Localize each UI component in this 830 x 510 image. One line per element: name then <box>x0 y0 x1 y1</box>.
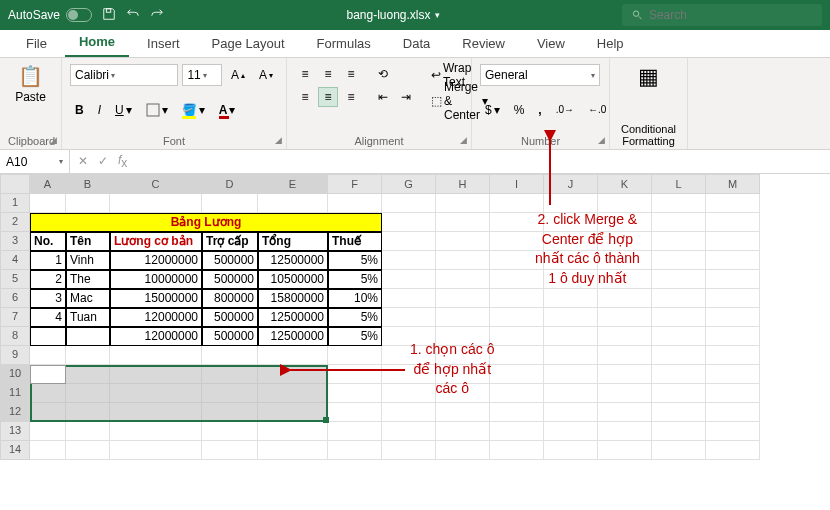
table-cell[interactable]: Tuan <box>66 308 110 327</box>
tab-data[interactable]: Data <box>389 30 444 57</box>
cell[interactable] <box>544 251 598 270</box>
cell[interactable] <box>436 384 490 403</box>
cell[interactable] <box>110 403 202 422</box>
align-right-icon[interactable]: ≡ <box>341 87 361 107</box>
table-cell[interactable]: 12500000 <box>258 308 328 327</box>
cell[interactable] <box>328 194 382 213</box>
underline-button[interactable]: U▾ <box>110 99 137 121</box>
cell[interactable] <box>490 441 544 460</box>
table-cell[interactable]: 12000000 <box>110 308 202 327</box>
formula-input[interactable] <box>135 150 830 173</box>
cell[interactable] <box>436 422 490 441</box>
spreadsheet-grid[interactable]: ABCDEFGHIJKLM12Bảng Lương3No.TênLương cơ… <box>0 174 830 460</box>
cell[interactable] <box>490 289 544 308</box>
cell[interactable] <box>328 441 382 460</box>
tab-formulas[interactable]: Formulas <box>303 30 385 57</box>
cell[interactable] <box>652 327 706 346</box>
paste-button[interactable]: 📋 Paste <box>8 64 53 104</box>
increase-indent-icon[interactable]: ⇥ <box>396 87 416 107</box>
row-header-13[interactable]: 13 <box>0 422 30 441</box>
cell[interactable] <box>598 308 652 327</box>
cell[interactable] <box>490 327 544 346</box>
merged-header[interactable]: Bảng Lương <box>30 213 382 232</box>
table-cell[interactable]: 1 <box>30 251 66 270</box>
autosave-toggle[interactable]: AutoSave <box>8 8 92 22</box>
cell[interactable] <box>598 251 652 270</box>
table-header[interactable]: Trợ cấp <box>202 232 258 251</box>
cell[interactable] <box>30 403 66 422</box>
cell[interactable] <box>652 422 706 441</box>
table-cell[interactable]: 12000000 <box>110 327 202 346</box>
dialog-launcher-icon[interactable]: ◢ <box>50 135 57 145</box>
cell[interactable] <box>706 213 760 232</box>
table-cell[interactable]: 12000000 <box>110 251 202 270</box>
enter-icon[interactable]: ✓ <box>98 154 108 168</box>
cell[interactable] <box>706 422 760 441</box>
cell[interactable] <box>66 403 110 422</box>
align-top-icon[interactable]: ≡ <box>295 64 315 84</box>
accounting-format-button[interactable]: $▾ <box>480 99 505 121</box>
table-cell[interactable]: 800000 <box>202 289 258 308</box>
cell[interactable] <box>544 289 598 308</box>
cell[interactable] <box>328 346 382 365</box>
chevron-down-icon[interactable]: ▾ <box>435 10 440 20</box>
col-header-M[interactable]: M <box>706 174 760 194</box>
cell[interactable] <box>490 251 544 270</box>
cell[interactable] <box>202 194 258 213</box>
table-cell[interactable]: 5% <box>328 308 382 327</box>
cell[interactable] <box>598 194 652 213</box>
row-header-2[interactable]: 2 <box>0 213 30 232</box>
cell[interactable] <box>652 194 706 213</box>
cell[interactable] <box>652 289 706 308</box>
cell[interactable] <box>258 346 328 365</box>
number-format-combo[interactable]: General▾ <box>480 64 600 86</box>
cell[interactable] <box>436 289 490 308</box>
cell[interactable] <box>598 441 652 460</box>
cell[interactable] <box>382 232 436 251</box>
increase-decimal-icon[interactable]: .0→ <box>551 99 579 121</box>
cell[interactable] <box>652 365 706 384</box>
table-header[interactable]: Tổng <box>258 232 328 251</box>
tab-insert[interactable]: Insert <box>133 30 194 57</box>
table-cell[interactable]: Mac <box>66 289 110 308</box>
cell[interactable] <box>110 346 202 365</box>
cell[interactable] <box>258 194 328 213</box>
font-size-combo[interactable]: 11▾ <box>182 64 222 86</box>
col-header-J[interactable]: J <box>544 174 598 194</box>
align-middle-icon[interactable]: ≡ <box>318 64 338 84</box>
cell[interactable] <box>258 365 328 384</box>
table-header[interactable]: Lương cơ bản <box>110 232 202 251</box>
cell[interactable] <box>544 327 598 346</box>
cell[interactable] <box>66 384 110 403</box>
cell[interactable] <box>598 422 652 441</box>
col-header-A[interactable]: A <box>30 174 66 194</box>
cell[interactable] <box>436 403 490 422</box>
cell[interactable] <box>258 422 328 441</box>
cell[interactable] <box>490 365 544 384</box>
cell[interactable] <box>66 194 110 213</box>
cell[interactable] <box>258 384 328 403</box>
cell[interactable] <box>706 327 760 346</box>
cell[interactable] <box>328 422 382 441</box>
table-cell[interactable] <box>30 327 66 346</box>
cell[interactable] <box>30 365 66 384</box>
save-icon[interactable] <box>102 7 116 24</box>
cell[interactable] <box>544 403 598 422</box>
cell[interactable] <box>436 441 490 460</box>
cell[interactable] <box>598 270 652 289</box>
cell[interactable] <box>490 232 544 251</box>
table-cell[interactable]: 3 <box>30 289 66 308</box>
redo-icon[interactable] <box>150 7 164 24</box>
cell[interactable] <box>382 327 436 346</box>
cell[interactable] <box>544 346 598 365</box>
table-cell[interactable]: 500000 <box>202 251 258 270</box>
row-header-3[interactable]: 3 <box>0 232 30 251</box>
cell[interactable] <box>328 365 382 384</box>
fill-color-button[interactable]: 🪣▾ <box>177 99 210 121</box>
col-header-G[interactable]: G <box>382 174 436 194</box>
cell[interactable] <box>30 384 66 403</box>
table-cell[interactable]: 2 <box>30 270 66 289</box>
cell[interactable] <box>490 194 544 213</box>
cell[interactable] <box>110 194 202 213</box>
cell[interactable] <box>382 403 436 422</box>
